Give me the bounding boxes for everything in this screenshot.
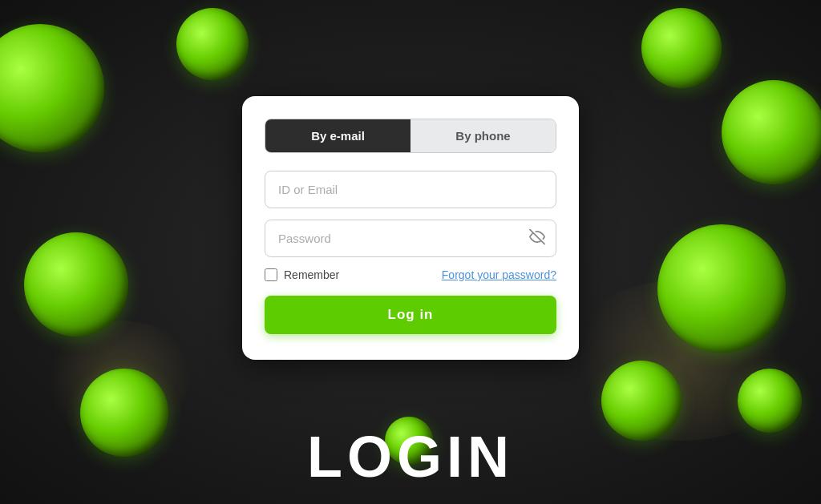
ball-7 [601, 361, 681, 441]
page-title: LOGIN [307, 424, 514, 490]
remember-label: Remember [284, 268, 339, 281]
password-wrapper [265, 220, 556, 257]
ball-2 [80, 369, 168, 457]
ball-3 [176, 8, 249, 80]
forgot-password-link[interactable]: Forgot your password? [442, 268, 556, 281]
login-button[interactable]: Log in [265, 296, 556, 334]
login-card: By e-mail By phone Remember Forgot your … [242, 96, 579, 360]
auth-method-tabs: By e-mail By phone [265, 119, 556, 153]
toggle-password-icon[interactable] [529, 228, 545, 248]
ball-4 [641, 8, 722, 88]
options-row: Remember Forgot your password? [265, 268, 556, 281]
email-input[interactable] [265, 171, 556, 208]
ball-1 [24, 232, 128, 337]
remember-checkbox[interactable] [265, 268, 277, 281]
ball-6 [657, 224, 786, 353]
password-input[interactable] [265, 220, 556, 257]
tab-by-phone[interactable]: By phone [410, 119, 556, 152]
remember-group: Remember [265, 268, 339, 281]
tab-by-email[interactable]: By e-mail [265, 119, 410, 152]
ball-8 [738, 369, 802, 433]
ball-5 [722, 80, 821, 184]
